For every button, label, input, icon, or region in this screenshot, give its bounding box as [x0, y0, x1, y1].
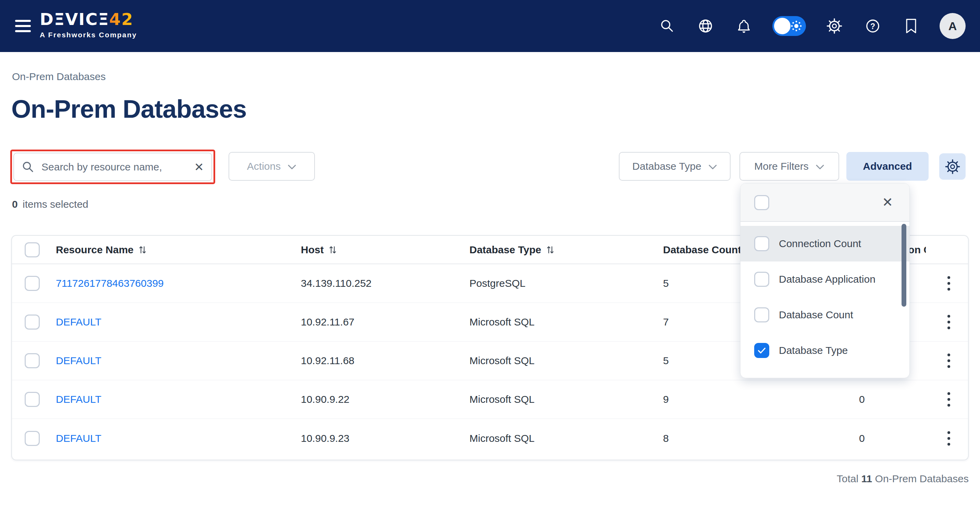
database-count-cell: 9 — [663, 393, 669, 405]
logo-wordmark: DΞVICΞ42 — [40, 11, 137, 27]
clear-search-icon[interactable]: ✕ — [194, 160, 204, 174]
theme-toggle[interactable] — [772, 16, 806, 36]
connection-count-cell: 0 — [859, 433, 865, 444]
column-header-host[interactable]: Host — [301, 244, 337, 256]
chevron-down-icon — [708, 164, 717, 170]
row-checkbox[interactable] — [25, 314, 40, 330]
row-checkbox[interactable] — [25, 353, 40, 368]
database-type-cell: Microsoft SQL — [469, 433, 535, 444]
resource-name-link[interactable]: 7117261778463760399 — [56, 277, 164, 289]
column-header-resource-name[interactable]: Resource Name — [56, 244, 146, 256]
more-filters-button[interactable]: More Filters — [740, 152, 839, 181]
notifications-bell-icon[interactable] — [734, 16, 754, 36]
database-count-cell: 5 — [663, 355, 669, 366]
actions-button[interactable]: Actions — [229, 152, 315, 181]
option-checkbox-checked[interactable] — [754, 343, 769, 358]
row-checkbox[interactable] — [25, 431, 40, 446]
database-count-cell: 5 — [663, 277, 669, 289]
host-cell: 10.90.9.23 — [301, 433, 350, 444]
row-actions-kebab-icon[interactable] — [941, 431, 956, 445]
dropdown-option-database-type[interactable]: Database Type — [740, 333, 909, 368]
search-box[interactable]: ✕ — [13, 153, 212, 181]
logo-42-accent: 42 — [109, 10, 134, 29]
dropdown-option-database-application[interactable]: Database Application — [740, 262, 909, 297]
dropdown-header: ✕ — [740, 184, 909, 222]
connection-count-cell: 0 — [859, 393, 865, 405]
sun-icon — [790, 20, 802, 32]
option-label: Database Count — [779, 309, 853, 321]
resource-name-link[interactable]: DEFAULT — [56, 316, 102, 328]
more-filters-dropdown: ✕ Connection Count Database Application … — [740, 183, 910, 378]
sort-icon[interactable] — [546, 245, 554, 255]
row-actions-kebab-icon[interactable] — [941, 315, 956, 329]
database-count-cell: 8 — [663, 433, 669, 444]
settings-gear-icon[interactable] — [824, 16, 844, 36]
resource-name-link[interactable]: DEFAULT — [56, 355, 102, 366]
option-label: Connection Count — [779, 238, 861, 249]
option-checkbox[interactable] — [754, 308, 769, 322]
resource-name-link[interactable]: DEFAULT — [56, 433, 102, 444]
chevron-down-icon — [288, 164, 296, 170]
dropdown-select-all-checkbox[interactable] — [754, 195, 769, 210]
toggle-knob — [774, 18, 791, 34]
close-icon[interactable]: ✕ — [882, 196, 893, 209]
total-value: 11 — [861, 473, 872, 484]
database-type-cell: Microsoft SQL — [469, 393, 535, 405]
database-count-cell: 7 — [663, 316, 669, 328]
actions-label: Actions — [247, 160, 281, 172]
dropdown-option-database-count[interactable]: Database Count — [740, 297, 909, 333]
sort-icon[interactable] — [138, 245, 146, 255]
logo-tagline: A Freshworks Company — [40, 31, 137, 39]
hamburger-menu-icon[interactable] — [15, 20, 31, 32]
advanced-button[interactable]: Advanced — [846, 152, 929, 181]
selection-count: 0 — [12, 198, 18, 210]
host-cell: 10.90.9.22 — [301, 393, 350, 405]
checkmark-icon — [757, 346, 767, 355]
column-header-database-type[interactable]: Database Type — [469, 244, 554, 256]
dropdown-option-connection-count[interactable]: Connection Count — [740, 226, 909, 262]
option-label: Database Application — [779, 273, 875, 285]
sort-icon[interactable] — [329, 245, 337, 255]
database-type-cell: PostgreSQL — [469, 277, 525, 289]
selection-label: items selected — [22, 198, 88, 210]
option-label: Database Type — [779, 345, 848, 356]
row-actions-kebab-icon[interactable] — [941, 392, 956, 407]
row-actions-kebab-icon[interactable] — [941, 353, 956, 368]
host-cell: 34.139.110.252 — [301, 277, 371, 289]
select-all-checkbox[interactable] — [25, 242, 40, 257]
host-cell: 10.92.11.67 — [301, 316, 354, 328]
database-type-cell: Microsoft SQL — [469, 355, 535, 366]
top-navbar: DΞVICΞ42 A Freshworks Company ? A — [0, 0, 980, 52]
search-input[interactable] — [41, 161, 194, 173]
total-label: Total — [837, 473, 858, 484]
device42-logo[interactable]: DΞVICΞ42 A Freshworks Company — [40, 11, 137, 39]
dropdown-options-list: Connection Count Database Application Da… — [740, 222, 909, 368]
row-actions-kebab-icon[interactable] — [941, 276, 956, 290]
breadcrumb[interactable]: On-Prem Databases — [12, 71, 105, 82]
selection-status: 0 items selected — [12, 198, 88, 210]
annotation-search-highlight: ✕ — [10, 149, 215, 184]
help-icon[interactable]: ? — [863, 16, 883, 36]
option-checkbox[interactable] — [754, 272, 769, 287]
host-cell: 10.92.11.68 — [301, 355, 354, 366]
user-avatar[interactable]: A — [940, 13, 966, 39]
globe-icon[interactable] — [695, 16, 716, 36]
table-settings-gear-button[interactable] — [939, 153, 966, 180]
more-filters-label: More Filters — [754, 160, 808, 172]
database-type-filter-button[interactable]: Database Type — [619, 152, 730, 181]
row-checkbox[interactable] — [25, 276, 40, 291]
gear-icon — [945, 159, 960, 174]
total-suffix: On-Prem Databases — [875, 473, 969, 484]
chevron-down-icon — [816, 164, 824, 170]
dropdown-scrollbar[interactable] — [902, 224, 906, 307]
option-checkbox[interactable] — [754, 236, 769, 251]
row-checkbox[interactable] — [25, 392, 40, 407]
bookmark-icon[interactable] — [901, 16, 921, 36]
total-count-text: Total 11 On-Prem Databases — [837, 473, 969, 485]
navbar-icon-group: ? A — [657, 0, 980, 52]
search-icon[interactable] — [657, 16, 677, 36]
resource-name-link[interactable]: DEFAULT — [56, 393, 102, 405]
advanced-label: Advanced — [863, 160, 912, 172]
column-header-database-count[interactable]: Database Count — [663, 244, 741, 256]
page-title: On-Prem Databases — [11, 95, 247, 124]
